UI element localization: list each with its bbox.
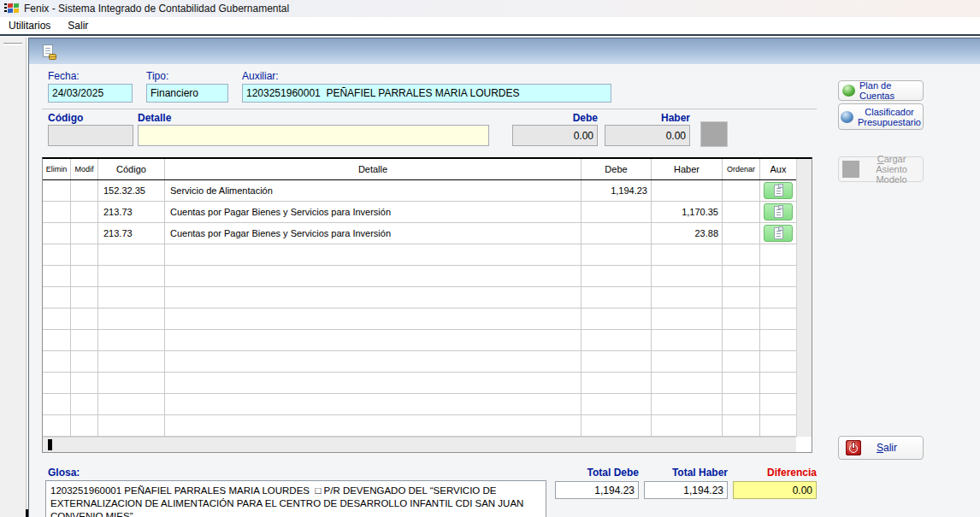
table-row-empty	[43, 373, 796, 394]
clasificador-presupuestario-button[interactable]: Clasificador Presupuestario	[838, 103, 924, 130]
document-coins-icon	[43, 44, 56, 60]
vertical-scrollbar[interactable]	[796, 159, 812, 437]
toolbar	[29, 38, 980, 64]
plan-de-cuentas-label: Plan de Cuentas	[859, 80, 919, 101]
header-debe: Debe	[582, 159, 652, 179]
aux-button[interactable]	[764, 203, 793, 220]
tipo-input[interactable]	[146, 84, 228, 103]
clipboard-icon	[774, 185, 783, 197]
salir-label: Salir	[877, 442, 897, 454]
table-row-empty	[43, 415, 796, 437]
total-haber-label: Total Haber	[644, 467, 728, 479]
left-collapsed-panel[interactable]	[0, 38, 27, 517]
cell-debe	[582, 223, 652, 244]
window-title: Fenix - Sistema Integrado de Contabilida…	[24, 3, 289, 15]
section-divider	[42, 109, 817, 109]
horizontal-scrollbar[interactable]	[43, 437, 796, 452]
salir-button[interactable]: Salir	[838, 436, 924, 460]
cell-haber: 23.88	[652, 223, 723, 244]
table-header-row: Elimin Modif Código Detalle Debe Haber O…	[43, 159, 796, 180]
table-row-empty	[43, 351, 796, 373]
glosa-textarea[interactable]	[45, 480, 546, 517]
cell-debe	[582, 202, 652, 222]
header-codigo: Código	[98, 159, 165, 179]
blue-sphere-icon	[841, 111, 853, 123]
fecha-label: Fecha:	[48, 70, 80, 82]
debe-input	[512, 125, 598, 146]
detalle-input[interactable]	[138, 125, 489, 146]
header-detalle: Detalle	[165, 159, 582, 179]
entries-table: Elimin Modif Código Detalle Debe Haber O…	[42, 157, 812, 453]
tipo-label: Tipo:	[146, 70, 168, 82]
menu-bar: Utilitarios Salir	[0, 17, 980, 36]
clasificador-label: Clasificador Presupuestario	[858, 107, 921, 127]
entry-action-square-button	[700, 121, 728, 147]
new-entry-toolbar-button[interactable]	[39, 42, 60, 62]
menu-salir[interactable]: Salir	[59, 17, 97, 34]
table-row[interactable]: 213.73 Cuentas por Pagar Bienes y Servic…	[43, 202, 796, 223]
header-aux: Aux	[760, 159, 796, 179]
cell-detalle: Cuentas por Pagar Bienes y Servicios par…	[165, 202, 582, 222]
main-panel: Fecha: Tipo: Auxiliar: Código Detalle De…	[28, 38, 980, 517]
cell-codigo: 213.73	[98, 202, 165, 222]
aux-button[interactable]	[764, 225, 793, 242]
auxiliar-input[interactable]	[242, 84, 611, 103]
app-window: Fenix - Sistema Integrado de Contabilida…	[0, 0, 980, 517]
cell-debe: 1,194.23	[582, 180, 652, 201]
haber-input	[605, 125, 690, 146]
table-row-empty	[43, 266, 796, 287]
table-row-empty	[43, 330, 796, 351]
cell-detalle: Cuentas por Pagar Bienes y Servicios par…	[165, 223, 582, 244]
cell-codigo: 213.73	[98, 223, 165, 244]
title-bar: Fenix - Sistema Integrado de Contabilida…	[0, 0, 980, 17]
table-row-empty	[43, 308, 796, 330]
horizontal-scrollbar-thumb[interactable]	[48, 439, 52, 450]
panel-grip-handle[interactable]	[3, 43, 22, 45]
diferencia-label: Diferencia	[733, 467, 817, 479]
header-modif: Modif	[71, 159, 98, 179]
table-row[interactable]: 152.32.35 Servicio de Alimentación 1,194…	[43, 180, 796, 202]
cell-haber: 1,170.35	[652, 202, 723, 222]
codigo-label: Código	[48, 112, 83, 124]
cargar-asiento-modelo-button: Cargar Asiento Modelo	[838, 156, 924, 182]
windows-logo-icon	[4, 3, 19, 15]
cargar-asiento-label: Cargar Asiento Modelo	[864, 154, 919, 185]
header-ordenar: Ordenar	[723, 159, 760, 179]
gray-square-icon	[842, 161, 859, 178]
power-icon	[846, 440, 861, 455]
codigo-input	[48, 125, 133, 146]
haber-label: Haber	[605, 112, 690, 124]
table-row[interactable]: 213.73 Cuentas por Pagar Bienes y Servic…	[43, 223, 796, 244]
fecha-input[interactable]	[48, 84, 133, 103]
table-row-empty	[43, 394, 796, 415]
cell-detalle: Servicio de Alimentación	[165, 180, 582, 201]
clipboard-icon	[774, 227, 783, 239]
debe-label: Debe	[512, 112, 598, 124]
clipboard-icon	[774, 206, 783, 218]
green-sphere-icon	[842, 85, 855, 97]
menu-utilitarios[interactable]: Utilitarios	[0, 17, 59, 34]
cell-haber	[652, 180, 723, 201]
aux-button[interactable]	[764, 182, 793, 199]
cell-codigo: 152.32.35	[98, 180, 165, 201]
header-elimin: Elimin	[43, 159, 71, 179]
total-haber-field	[644, 481, 728, 499]
plan-de-cuentas-button[interactable]: Plan de Cuentas	[838, 80, 924, 101]
table-row-empty	[43, 244, 796, 266]
glosa-label: Glosa:	[48, 467, 80, 479]
auxiliar-label: Auxiliar:	[242, 70, 279, 82]
header-haber: Haber	[652, 159, 723, 179]
total-debe-field	[555, 481, 639, 499]
diferencia-field	[733, 481, 817, 499]
detalle-label: Detalle	[138, 112, 171, 124]
total-debe-label: Total Debe	[555, 467, 639, 479]
table-row-empty	[43, 287, 796, 308]
